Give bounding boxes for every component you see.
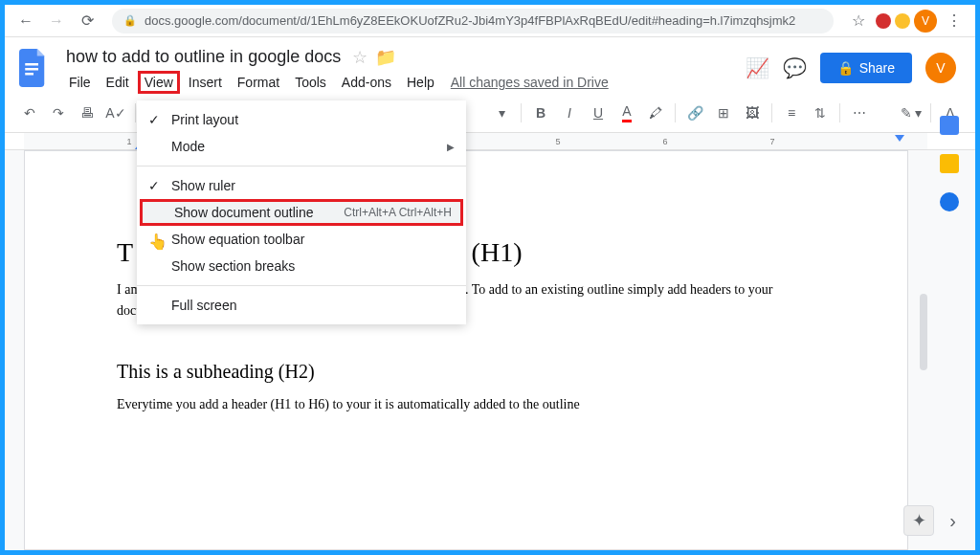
- ruler-tick: 5: [555, 137, 560, 146]
- menu-insert[interactable]: Insert: [182, 71, 229, 94]
- undo-button[interactable]: ↶: [16, 100, 43, 126]
- extension-icon-1[interactable]: [876, 13, 891, 29]
- heading-2[interactable]: This is a subheading (H2): [117, 361, 815, 383]
- check-icon: ✓: [148, 112, 160, 127]
- menu-separator: [137, 285, 466, 286]
- ruler-tick: 1: [126, 137, 131, 146]
- lock-icon: 🔒: [123, 14, 137, 27]
- highlight-button[interactable]: 🖍: [642, 100, 669, 126]
- explore-button[interactable]: ✦: [903, 505, 934, 536]
- align-button[interactable]: ≡: [778, 100, 805, 126]
- menu-label: Full screen: [171, 298, 236, 313]
- menu-show-equation-toolbar[interactable]: Show equation toolbar: [137, 226, 466, 253]
- menu-bar: File Edit View Insert Format Tools Add-o…: [62, 71, 734, 94]
- editing-mode-button[interactable]: ✎ ▾: [898, 100, 924, 126]
- redo-button[interactable]: ↷: [45, 100, 72, 126]
- share-label: Share: [859, 60, 895, 76]
- svg-rect-0: [25, 63, 38, 66]
- lock-icon: 🔒: [837, 60, 854, 76]
- save-status[interactable]: All changes saved in Drive: [451, 75, 609, 90]
- line-spacing-button[interactable]: ⇅: [807, 100, 834, 126]
- docs-logo[interactable]: [16, 45, 51, 91]
- text-color-button[interactable]: A: [613, 100, 640, 126]
- ruler-tick: 6: [662, 137, 667, 146]
- print-button[interactable]: 🖶: [74, 100, 100, 126]
- reload-button[interactable]: ⟳: [74, 8, 100, 34]
- tasks-icon[interactable]: [940, 192, 959, 211]
- browser-toolbar: ← → ⟳ 🔒 docs.google.com/document/d/1EhLm…: [5, 5, 975, 37]
- scrollbar[interactable]: [920, 294, 927, 370]
- ruler-tick: 7: [769, 137, 774, 146]
- menu-shortcut: Ctrl+Alt+A Ctrl+Alt+H: [344, 206, 452, 219]
- comments-icon[interactable]: 💬: [783, 56, 807, 79]
- calendar-icon[interactable]: [940, 116, 959, 135]
- menu-label: Mode: [171, 139, 205, 154]
- check-icon: ✓: [148, 178, 160, 193]
- menu-label: Show equation toolbar: [171, 232, 304, 247]
- extension-icon-2[interactable]: [895, 13, 910, 29]
- submenu-arrow-icon: ▶: [447, 142, 455, 152]
- star-icon[interactable]: ☆: [352, 47, 368, 68]
- menu-label: Show section breaks: [171, 258, 295, 274]
- menu-file[interactable]: File: [62, 71, 98, 94]
- menu-full-screen[interactable]: Full screen: [137, 292, 466, 319]
- profile-avatar[interactable]: V: [914, 10, 937, 33]
- move-folder-icon[interactable]: 📁: [375, 47, 396, 68]
- side-panel: [928, 100, 970, 211]
- h1-text-start: T: [117, 237, 133, 267]
- h1-text-end: (H1): [472, 237, 523, 267]
- url-text: docs.google.com/document/d/1EhLm6yZ8EEkO…: [145, 13, 795, 28]
- svg-rect-1: [25, 68, 38, 71]
- share-button[interactable]: 🔒 Share: [820, 53, 912, 83]
- menu-addons[interactable]: Add-ons: [335, 71, 398, 94]
- address-bar[interactable]: 🔒 docs.google.com/document/d/1EhLm6yZ8EE…: [112, 9, 834, 33]
- menu-help[interactable]: Help: [400, 71, 441, 94]
- menu-edit[interactable]: Edit: [100, 71, 136, 94]
- comment-button[interactable]: ⊞: [710, 100, 737, 126]
- document-title[interactable]: how to add to outline in google docs: [62, 45, 345, 69]
- menu-print-layout[interactable]: ✓ Print layout: [137, 106, 466, 133]
- menu-show-document-outline[interactable]: Show document outline Ctrl+Alt+A Ctrl+Al…: [140, 199, 463, 226]
- forward-button[interactable]: →: [43, 8, 70, 34]
- menu-show-section-breaks[interactable]: Show section breaks: [137, 253, 466, 279]
- menu-label: Show ruler: [171, 178, 235, 193]
- menu-mode[interactable]: Mode ▶: [137, 133, 466, 160]
- back-button[interactable]: ←: [12, 8, 39, 34]
- link-button[interactable]: 🔗: [681, 100, 708, 126]
- menu-show-ruler[interactable]: ✓ Show ruler: [137, 172, 466, 199]
- underline-button[interactable]: U: [585, 100, 612, 126]
- activity-icon[interactable]: 📈: [746, 56, 769, 79]
- account-avatar[interactable]: V: [925, 53, 956, 83]
- bookmark-star-icon[interactable]: ☆: [845, 8, 872, 34]
- more-button[interactable]: ⋯: [846, 100, 873, 126]
- image-button[interactable]: 🖼: [739, 100, 766, 126]
- spellcheck-button[interactable]: A✓: [102, 100, 129, 126]
- menu-view[interactable]: View: [138, 71, 180, 94]
- menu-label: Show document outline: [174, 205, 314, 220]
- indent-marker-right[interactable]: [895, 135, 904, 142]
- svg-rect-2: [25, 73, 33, 76]
- menu-label: Print layout: [171, 112, 238, 127]
- font-dropdown-arrow[interactable]: ▾: [488, 100, 515, 126]
- menu-tools[interactable]: Tools: [288, 71, 333, 94]
- menu-format[interactable]: Format: [231, 71, 286, 94]
- paragraph-2[interactable]: Everytime you add a header (H1 to H6) to…: [117, 394, 815, 415]
- docs-header: how to add to outline in google docs ☆ 📁…: [5, 37, 975, 94]
- italic-button[interactable]: I: [556, 100, 583, 126]
- chrome-menu-icon[interactable]: ⋮: [941, 8, 968, 34]
- view-dropdown: ✓ Print layout Mode ▶ ✓ Show ruler Show …: [137, 100, 466, 324]
- show-side-panel-button[interactable]: ›: [949, 510, 956, 532]
- menu-separator: [137, 166, 466, 166]
- bold-button[interactable]: B: [527, 100, 554, 126]
- keep-icon[interactable]: [940, 154, 959, 173]
- cursor-icon: 👆: [148, 233, 167, 251]
